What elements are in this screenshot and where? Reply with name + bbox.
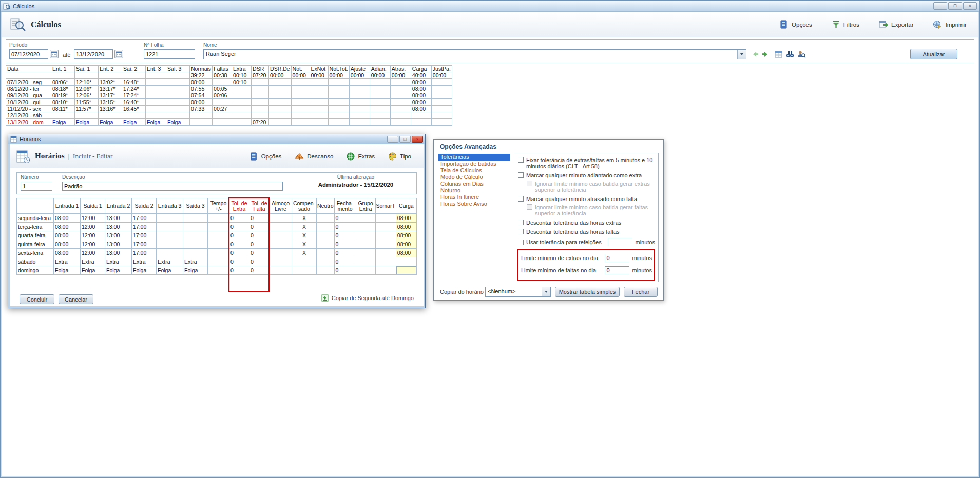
table-cell[interactable]: 07:33	[190, 106, 213, 112]
table-cell[interactable]: 00:00	[390, 72, 411, 79]
mostrar-tabela-button[interactable]: Mostrar tabela simples	[555, 287, 620, 297]
table-cell[interactable]: 13:17*	[99, 92, 122, 99]
table-cell[interactable]	[252, 106, 269, 112]
table-cell[interactable]	[75, 112, 99, 119]
table-cell[interactable]	[370, 119, 390, 126]
table-cell[interactable]	[349, 106, 370, 112]
atualizar-button[interactable]: Atualizar	[910, 49, 957, 59]
table-cell[interactable]	[269, 79, 292, 86]
table-cell[interactable]	[213, 99, 232, 106]
marcar-adiantado-checkbox[interactable]	[518, 172, 524, 178]
table-cell[interactable]	[310, 86, 328, 92]
employee-search-icon[interactable]	[797, 50, 806, 59]
table-cell[interactable]	[269, 112, 292, 119]
table-cell[interactable]	[252, 99, 269, 106]
table-cell[interactable]	[328, 112, 349, 119]
table-cell[interactable]	[431, 79, 452, 86]
table-cell[interactable]: terça-feira	[17, 223, 54, 231]
table-cell[interactable]	[166, 99, 190, 106]
table-cell[interactable]	[411, 119, 431, 126]
table-cell[interactable]	[310, 99, 328, 106]
table-cell[interactable]	[396, 257, 416, 266]
table-cell[interactable]: X	[292, 214, 317, 223]
table-cell[interactable]: 07:55	[190, 86, 213, 92]
table-cell[interactable]	[157, 240, 183, 249]
table-cell[interactable]: 08:18*	[51, 86, 75, 92]
table-cell[interactable]	[146, 112, 166, 119]
table-cell[interactable]	[183, 214, 208, 223]
table-cell[interactable]: 12:00	[81, 223, 105, 231]
table-cell[interactable]: 08:00	[411, 106, 431, 112]
table-cell[interactable]: 08:10*	[51, 99, 75, 106]
table-cell[interactable]: 08:00	[190, 79, 213, 86]
table-cell[interactable]: 11/12/20 - sex	[6, 106, 51, 112]
table-cell[interactable]: X	[292, 223, 317, 231]
table-cell[interactable]	[375, 223, 396, 231]
table-cell[interactable]	[269, 99, 292, 106]
copy-week-action[interactable]: Copiar de Segunda até Domingo	[321, 294, 414, 302]
table-cell[interactable]	[166, 92, 190, 99]
table-cell[interactable]: Folga	[51, 119, 75, 126]
table-cell[interactable]: 12:06*	[75, 92, 99, 99]
table-cell[interactable]: 0	[229, 223, 249, 231]
table-cell[interactable]: 08:00	[396, 231, 416, 240]
table-cell[interactable]	[431, 106, 452, 112]
table-cell[interactable]: 08/12/20 - ter	[6, 86, 51, 92]
table-cell[interactable]	[166, 112, 190, 119]
table-cell[interactable]: 0	[229, 214, 249, 223]
table-cell[interactable]	[310, 106, 328, 112]
table-cell[interactable]: domingo	[17, 266, 54, 275]
table-cell[interactable]: 08:00	[54, 231, 81, 240]
type-button[interactable]: Tipo	[388, 152, 411, 161]
table-cell[interactable]	[270, 223, 292, 231]
table-cell[interactable]: 13:00	[105, 214, 132, 223]
table-cell[interactable]	[375, 240, 396, 249]
table-cell[interactable]: 13:02*	[99, 79, 122, 86]
table-cell[interactable]	[292, 257, 317, 266]
table-cell[interactable]: 08:00	[54, 240, 81, 249]
table-cell[interactable]: 17:00	[132, 223, 157, 231]
table-cell[interactable]	[122, 72, 146, 79]
table-cell[interactable]	[252, 86, 269, 92]
close-button[interactable]: ×	[963, 2, 977, 10]
table-cell[interactable]: segunda-feira	[17, 214, 54, 223]
table-cell[interactable]: 08:00	[411, 79, 431, 86]
table-cell[interactable]	[328, 92, 349, 99]
table-cell[interactable]	[356, 231, 375, 240]
table-cell[interactable]	[375, 257, 396, 266]
combo-caret-icon[interactable]	[737, 50, 746, 59]
table-cell[interactable]	[328, 99, 349, 106]
table-cell[interactable]: 10/12/20 - qui	[6, 99, 51, 106]
table-cell[interactable]	[146, 79, 166, 86]
table-cell[interactable]	[208, 266, 229, 275]
descricao-input[interactable]	[62, 182, 283, 191]
options-button[interactable]: Opções	[780, 20, 812, 29]
table-cell[interactable]	[390, 112, 411, 119]
table-cell[interactable]: 13:00	[105, 240, 132, 249]
table-cell[interactable]	[232, 112, 252, 119]
table-cell[interactable]: 00:38	[213, 72, 232, 79]
fechar-button[interactable]: Fechar	[624, 287, 658, 297]
numero-input[interactable]	[21, 182, 52, 191]
table-cell[interactable]	[51, 112, 75, 119]
table-cell[interactable]: 08:00	[54, 214, 81, 223]
table-cell[interactable]	[431, 86, 452, 92]
table-cell[interactable]: 08:00	[396, 214, 416, 223]
table-cell[interactable]	[146, 92, 166, 99]
marcar-atrasado-checkbox[interactable]	[518, 196, 524, 202]
filters-button[interactable]: Filtros	[832, 20, 859, 29]
table-cell[interactable]: 0	[229, 231, 249, 240]
list-item-noturno[interactable]: Noturno	[438, 187, 510, 194]
periodo-from-input[interactable]	[9, 49, 48, 59]
table-cell[interactable]: 0	[249, 240, 270, 249]
table-cell[interactable]: 17:00	[132, 249, 157, 257]
table-cell[interactable]: 13:16*	[99, 106, 122, 112]
table-cell[interactable]	[390, 106, 411, 112]
table-cell[interactable]	[356, 240, 375, 249]
table-cell[interactable]: 13:00	[105, 249, 132, 257]
table-cell[interactable]	[269, 119, 292, 126]
table-cell[interactable]	[328, 119, 349, 126]
table-cell[interactable]: X	[292, 249, 317, 257]
table-cell[interactable]	[291, 92, 310, 99]
table-cell[interactable]: 12:00	[81, 249, 105, 257]
